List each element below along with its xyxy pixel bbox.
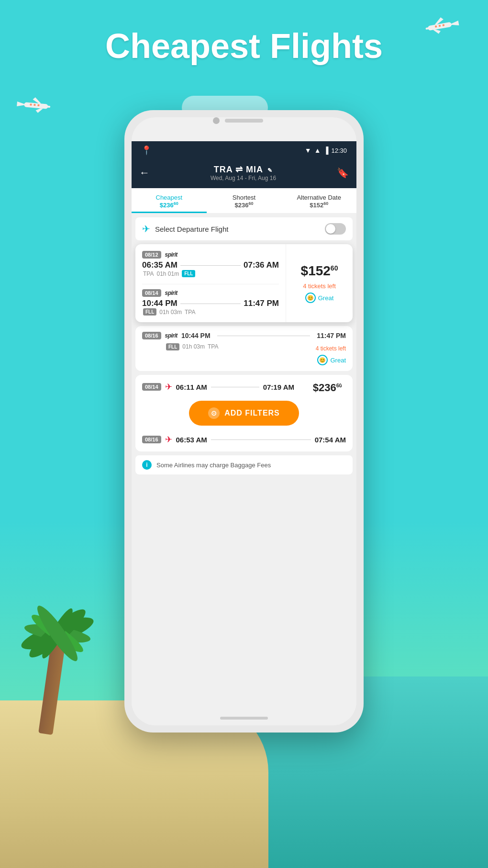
flight-card-alt[interactable]: 08/14 ✈ 06:11 AM 07:19 AM ⊙ [135,375,353,451]
alt-arrive-1: 07:19 AM [263,383,294,391]
alt-arrive-2: 07:54 AM [315,436,346,444]
small-arrive: 11:47 PM [317,332,346,339]
svg-marker-10 [33,97,42,104]
flights-section: 08/12 spirit 06:35 AM 07:36 AM TPA 01h 0… [135,244,286,322]
filter-icon-symbol: ⊙ [211,409,217,417]
small-line [217,336,311,336]
phone-speaker [225,119,263,123]
tab-cheapest[interactable]: Cheapest $23660 [132,188,207,213]
airplane-decoration-left [13,94,54,121]
back-button[interactable]: ← [139,167,150,179]
duration-2: 01h 03m [159,309,182,316]
tab-shortest-price: $23660 [209,201,280,209]
baggage-text: Some Airlines may charge Baggage Fees [156,462,271,469]
times-row-1: 06:35 AM 07:36 AM [142,260,279,270]
small-flight-header: 08/16 spirit 10:44 PM 11:47 PM [142,332,346,339]
great-badge-featured: 😊 Great [305,293,334,303]
small-duration: 01h 03m [182,343,205,350]
arrive-time-1: 07:36 AM [244,260,279,270]
origin-badge-2: FLL [143,308,156,316]
small-great-label: Great [330,357,346,364]
alt-price: $23660 [313,382,342,394]
svg-rect-14 [33,104,35,106]
add-filters-button[interactable]: ⊙ ADD FILTERS [189,401,299,426]
flight-card-featured[interactable]: 08/12 spirit 06:35 AM 07:36 AM TPA 01h 0… [135,244,353,322]
small-tickets-left: 4 tickets left [316,345,346,352]
times-row-2: 10:44 PM 11:47 PM [142,299,279,308]
airline-spirit-2: spirit [165,290,177,296]
filters-btn-wrapper: ⊙ ADD FILTERS [142,397,346,429]
flight-header-row-1: 08/12 spirit [142,251,279,259]
great-circle-icon: 😊 [305,293,316,303]
small-rating-row: 😊 Great [142,355,346,365]
status-bar-left: 📍 [141,145,152,156]
phone-camera [213,117,220,124]
scroll-content: ✈ Select Departure Flight 08/12 spirit [132,214,356,725]
great-label-featured: Great [318,294,334,302]
svg-rect-8 [24,102,48,109]
dest-2: TPA [185,309,195,316]
airline-spirit-1: spirit [165,251,177,258]
flight-header-row-2: 08/14 spirit [142,289,279,297]
date-badge-1: 08/12 [142,251,161,259]
flight-line-1 [180,265,241,266]
svg-rect-15 [30,103,32,105]
small-airline: spirit [165,332,177,339]
small-airport-row: FLL 01h 03m TPA 4 tickets left [166,341,346,352]
tab-shortest[interactable]: Shortest $23660 [207,188,282,213]
signal-icon: ▲ [314,147,321,154]
dest-badge-1: FLL [182,270,195,277]
tab-alternative-label: Alternative Date [283,194,355,201]
edit-icon[interactable]: ✎ [267,167,273,174]
tab-cheapest-label: Cheapest [133,194,205,201]
baggage-notice: i Some Airlines may charge Baggage Fees [135,455,353,474]
depart-time-1: 06:35 AM [142,260,177,270]
american-airlines-logo-1: ✈ [165,382,172,392]
phone-screen: 📍 ▼ ▲ ▐ 12:30 ← TRA ⇌ MIA ✎ Wed, Aug 14 … [132,117,356,725]
bookmark-icon[interactable]: 🔖 [337,167,349,179]
date-badge-2: 08/14 [142,289,161,297]
toggle-knob [326,224,335,234]
alt-price-section: $23660 [313,382,342,394]
page-title: Cheapest Flights [0,26,488,66]
tab-shortest-label: Shortest [209,194,280,201]
departure-plane-icon: ✈ [142,223,150,235]
flight-card-small[interactable]: 08/16 spirit 10:44 PM 11:47 PM FLL 01h 0… [135,326,353,371]
small-origin-badge: FLL [166,343,179,350]
alt-date-badge-2: 08/16 [142,436,161,443]
add-filters-label: ADD FILTERS [224,409,280,417]
battery-icon: ▐ [324,147,329,154]
info-icon: i [142,460,152,470]
leg-divider [142,284,279,284]
tab-alternative[interactable]: Alternative Date $15260 [281,188,356,213]
nav-header: ← TRA ⇌ MIA ✎ Wed, Aug 14 - Fri, Aug 16 … [132,159,356,188]
status-bar: 📍 ▼ ▲ ▐ 12:30 [132,141,356,159]
small-depart: 10:44 PM [181,332,211,339]
tickets-left-featured: 4 tickets left [303,282,336,290]
date-range: Wed, Aug 14 - Fri, Aug 16 [211,175,276,181]
svg-rect-13 [37,104,39,106]
departure-text: Select Departure Flight [155,225,228,233]
alt-line-1 [211,387,259,387]
departure-left: ✈ Select Departure Flight [142,223,228,235]
phone-mockup: 📍 ▼ ▲ ▐ 12:30 ← TRA ⇌ MIA ✎ Wed, Aug 14 … [124,110,364,733]
small-card-content: 08/16 spirit 10:44 PM 11:47 PM FLL 01h 0… [135,326,353,371]
info-symbol: i [146,462,147,468]
filter-icon: ⊙ [208,407,220,419]
arrive-time-2: 11:47 PM [244,299,279,308]
tabs-bar: Cheapest $23660 Shortest $23660 Alternat… [132,188,356,214]
phone-home-indicator [220,717,268,720]
american-airlines-logo-2: ✈ [165,434,172,445]
small-date-badge: 08/16 [142,332,161,339]
tab-cheapest-price: $23660 [133,201,205,209]
location-pin-icon: 📍 [141,145,152,156]
toggle-switch[interactable] [325,223,346,235]
nav-title-section: TRA ⇌ MIA ✎ Wed, Aug 14 - Fri, Aug 16 [211,164,276,181]
tab-alternative-price: $15260 [283,201,355,209]
alt-flight-row-2: 08/16 ✈ 06:53 AM 07:54 AM [142,434,346,445]
clock: 12:30 [331,147,347,154]
svg-marker-11 [35,108,43,113]
small-dest: TPA [208,343,218,350]
status-bar-right: ▼ ▲ ▐ 12:30 [305,147,347,154]
duration-1: 01h 01m [156,271,179,277]
